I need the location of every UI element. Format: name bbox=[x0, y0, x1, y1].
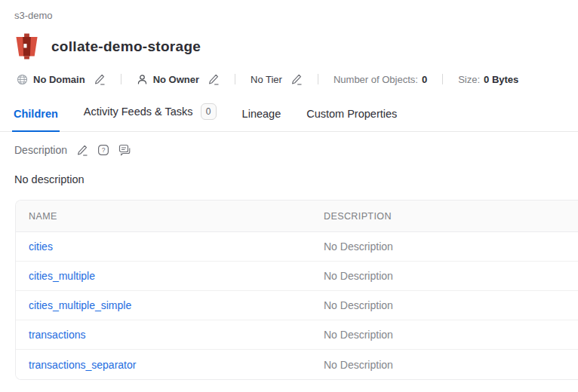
tier-label: No Tier bbox=[251, 74, 282, 85]
table-row: cities_multiple_simple No Description bbox=[16, 291, 578, 320]
size-label: Size: bbox=[458, 74, 480, 85]
owner-section: No Owner bbox=[137, 73, 220, 85]
divider bbox=[235, 74, 235, 84]
row-description: No Description bbox=[312, 270, 578, 282]
edit-description-button[interactable] bbox=[76, 144, 88, 156]
table-row: cities No Description bbox=[16, 232, 578, 262]
domain-section: No Domain bbox=[17, 73, 106, 85]
objects-count-label: Number of Objects: bbox=[334, 74, 418, 85]
description-empty-text: No description bbox=[14, 173, 578, 185]
user-icon bbox=[137, 74, 148, 85]
edit-domain-button[interactable] bbox=[94, 73, 106, 85]
table-header-row: NAME DESCRIPTION bbox=[16, 201, 578, 232]
container-link-transactions-separator[interactable]: transactions_separator bbox=[29, 359, 136, 371]
column-header-description: DESCRIPTION bbox=[312, 211, 578, 222]
size-value: 0 Bytes bbox=[484, 74, 518, 85]
objects-count-value: 0 bbox=[422, 74, 427, 85]
request-description-icon[interactable]: ? bbox=[97, 144, 109, 156]
divider bbox=[121, 74, 121, 84]
svg-text:?: ? bbox=[102, 146, 106, 154]
globe-icon bbox=[17, 74, 28, 85]
objects-count-section: Number of Objects: 0 bbox=[334, 74, 427, 85]
row-description: No Description bbox=[312, 240, 578, 253]
page-title: collate-demo-storage bbox=[51, 38, 201, 55]
tab-activity-feeds-label: Activity Feeds & Tasks bbox=[84, 106, 193, 118]
container-link-cities-multiple-simple[interactable]: cities_multiple_simple bbox=[29, 299, 131, 311]
row-description: No Description bbox=[312, 299, 578, 311]
description-header: Description ? bbox=[14, 144, 578, 156]
row-description: No Description bbox=[312, 329, 578, 341]
container-link-transactions[interactable]: transactions bbox=[29, 329, 85, 341]
table-row: cities_multiple No Description bbox=[16, 262, 578, 291]
divider bbox=[442, 74, 443, 84]
s3-bucket-icon bbox=[14, 33, 39, 60]
children-table: NAME DESCRIPTION cities No Description c… bbox=[15, 200, 578, 380]
tier-section: No Tier bbox=[251, 73, 303, 85]
tab-bar: Children Activity Feeds & Tasks 0 Lineag… bbox=[0, 102, 578, 132]
table-row: transactions_separator No Description bbox=[16, 350, 578, 379]
activity-count-badge: 0 bbox=[201, 103, 217, 120]
container-link-cities-multiple[interactable]: cities_multiple bbox=[29, 270, 95, 282]
breadcrumb-link-service[interactable]: s3-demo bbox=[14, 10, 53, 21]
tab-custom-properties[interactable]: Custom Properties bbox=[305, 106, 398, 132]
tab-children-label: Children bbox=[14, 108, 58, 120]
edit-owner-button[interactable] bbox=[208, 73, 220, 85]
tab-lineage-label: Lineage bbox=[242, 108, 281, 120]
entity-title-row: collate-demo-storage bbox=[14, 33, 578, 60]
tab-activity-feeds[interactable]: Activity Feeds & Tasks 0 bbox=[82, 102, 218, 132]
tab-children[interactable]: Children bbox=[12, 106, 60, 132]
row-description: No Description bbox=[312, 359, 578, 371]
owner-label: No Owner bbox=[153, 74, 199, 85]
breadcrumb: s3-demo bbox=[0, 0, 578, 21]
tab-lineage[interactable]: Lineage bbox=[241, 106, 283, 132]
column-header-name: NAME bbox=[16, 211, 312, 222]
size-section: Size: 0 Bytes bbox=[458, 74, 518, 85]
comments-icon[interactable] bbox=[118, 144, 131, 156]
entity-meta-row: No Domain No Owner No Tier Number of Obj… bbox=[17, 73, 578, 85]
description-title: Description bbox=[14, 144, 67, 156]
table-row: transactions No Description bbox=[16, 320, 578, 350]
divider bbox=[318, 74, 318, 84]
container-link-cities[interactable]: cities bbox=[29, 240, 53, 253]
edit-tier-button[interactable] bbox=[291, 73, 303, 85]
tab-custom-properties-label: Custom Properties bbox=[306, 108, 397, 120]
domain-label: No Domain bbox=[33, 74, 85, 85]
